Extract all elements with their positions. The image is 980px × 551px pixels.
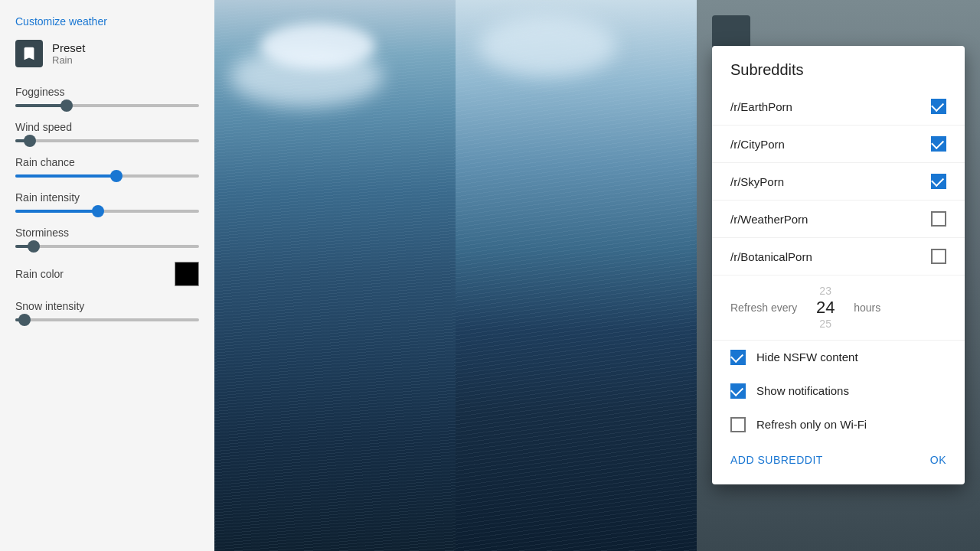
refresh-wifi-checkbox[interactable]: [730, 417, 746, 432]
rain-chance-fill: [15, 174, 116, 178]
rain-intensity-thumb[interactable]: [92, 205, 104, 217]
preset-icon: [15, 40, 43, 67]
hour-picker[interactable]: 23 24 25: [806, 285, 844, 331]
subreddit-item-earthporn[interactable]: /r/EarthPorn: [712, 88, 965, 126]
hide-nsfw-toggle[interactable]: Hide NSFW content: [712, 341, 965, 374]
fogginess-section: Fogginess: [15, 86, 199, 107]
left-image-panel: [214, 0, 456, 551]
left-panel: Customize weather Preset Rain Fogginess …: [0, 0, 214, 551]
cloud-shape-3: [479, 15, 616, 77]
center-images: [214, 0, 697, 551]
rain-color-row: Rain color: [15, 262, 199, 286]
rain-color-label: Rain color: [15, 268, 64, 280]
fogginess-slider[interactable]: [15, 104, 199, 107]
snow-intensity-thumb[interactable]: [18, 314, 31, 326]
wind-speed-section: Wind speed: [15, 121, 199, 142]
subreddit-checkbox-skyporn[interactable]: [931, 174, 946, 189]
hour-value: 24: [816, 298, 835, 318]
refresh-label: Refresh every: [730, 302, 797, 314]
ok-button[interactable]: OK: [930, 448, 946, 472]
storminess-label: Storminess: [15, 227, 199, 239]
dialog-actions: ADD SUBREDDIT OK: [712, 442, 965, 484]
subreddit-checkbox-botanicalporn[interactable]: [931, 249, 946, 264]
wind-speed-label: Wind speed: [15, 121, 199, 133]
subreddit-name-skyporn: /r/SkyPorn: [730, 175, 784, 188]
hour-prev[interactable]: 23: [819, 285, 831, 298]
rain-chance-slider[interactable]: [15, 174, 199, 178]
cloud-shape-2: [260, 23, 375, 69]
hide-nsfw-checkbox[interactable]: [730, 350, 746, 365]
rain-intensity-section: Rain intensity: [15, 191, 199, 213]
show-notifications-toggle[interactable]: Show notifications: [712, 374, 965, 408]
storminess-thumb[interactable]: [28, 240, 40, 253]
bookmark-icon: [21, 45, 38, 62]
subreddit-name-weatherporn: /r/WeatherPorn: [730, 213, 808, 226]
subreddit-name-cityporn: /r/CityPorn: [730, 138, 785, 151]
hour-next[interactable]: 25: [819, 318, 831, 331]
subreddit-name-botanicalporn: /r/BotanicalPorn: [730, 250, 812, 263]
subreddits-list: /r/EarthPorn /r/CityPorn /r/SkyPorn /r/W…: [712, 88, 965, 276]
show-notifications-checkbox[interactable]: [730, 383, 746, 399]
hours-label: hours: [854, 302, 880, 314]
add-subreddit-button[interactable]: ADD SUBREDDIT: [730, 448, 823, 472]
subreddit-item-weatherporn[interactable]: /r/WeatherPorn: [712, 201, 965, 238]
right-image-panel: [456, 0, 697, 551]
storminess-section: Storminess: [15, 227, 199, 248]
rain-intensity-slider[interactable]: [15, 210, 199, 213]
subreddit-checkbox-cityporn[interactable]: [931, 136, 946, 152]
fogginess-fill: [15, 104, 67, 107]
panel-title: Customize weather: [15, 15, 199, 28]
hide-nsfw-label: Hide NSFW content: [756, 350, 858, 364]
right-area: Subreddits /r/EarthPorn /r/CityPorn /r/S…: [697, 0, 980, 551]
subreddit-name-earthporn: /r/EarthPorn: [730, 100, 792, 113]
rain-chance-thumb[interactable]: [110, 170, 122, 182]
subreddit-item-botanicalporn[interactable]: /r/BotanicalPorn: [712, 238, 965, 276]
subreddits-dialog: Subreddits /r/EarthPorn /r/CityPorn /r/S…: [712, 46, 965, 484]
rain-chance-label: Rain chance: [15, 156, 199, 168]
rain-chance-section: Rain chance: [15, 156, 199, 178]
snow-intensity-section: Snow intensity: [15, 300, 199, 321]
fogginess-thumb[interactable]: [60, 99, 73, 112]
preset-label: Preset: [52, 41, 85, 54]
storminess-slider[interactable]: [15, 245, 199, 248]
fogginess-label: Fogginess: [15, 86, 199, 98]
preset-row[interactable]: Preset Rain: [15, 40, 199, 67]
subreddit-item-skyporn[interactable]: /r/SkyPorn: [712, 163, 965, 201]
refresh-wifi-toggle[interactable]: Refresh only on Wi-Fi: [712, 408, 965, 442]
subreddit-checkbox-weatherporn[interactable]: [931, 211, 946, 227]
subreddit-item-cityporn[interactable]: /r/CityPorn: [712, 126, 965, 163]
rain-intensity-fill: [15, 210, 98, 213]
refresh-section: Refresh every 23 24 25 hours: [712, 276, 965, 341]
snow-intensity-slider[interactable]: [15, 318, 199, 321]
wind-speed-slider[interactable]: [15, 139, 199, 142]
snow-intensity-label: Snow intensity: [15, 300, 199, 312]
preset-text: Preset Rain: [52, 41, 85, 66]
show-notifications-label: Show notifications: [756, 384, 849, 397]
dialog-title: Subreddits: [712, 46, 965, 88]
refresh-wifi-label: Refresh only on Wi-Fi: [756, 418, 867, 431]
rain-intensity-label: Rain intensity: [15, 191, 199, 204]
preset-value: Rain: [52, 54, 85, 66]
wind-speed-thumb[interactable]: [24, 135, 36, 147]
rain-color-swatch[interactable]: [175, 262, 199, 286]
subreddit-checkbox-earthporn[interactable]: [931, 99, 946, 114]
